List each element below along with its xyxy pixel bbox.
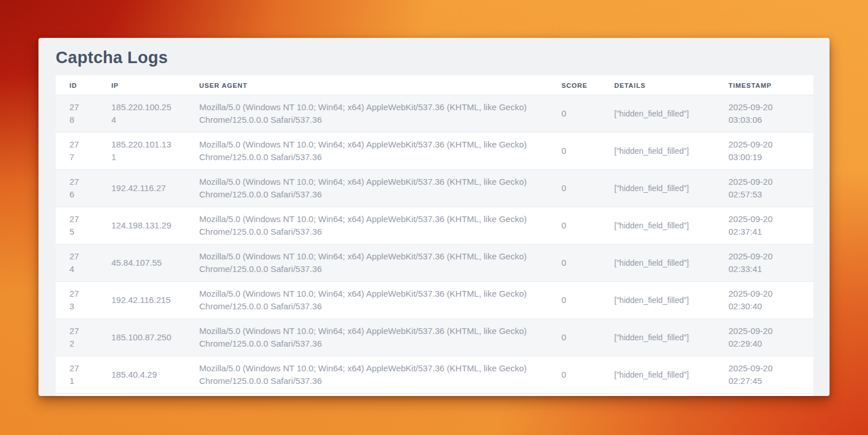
cell-timestamp: 2025-09-20 02:27:45 (715, 356, 813, 394)
cell-timestamp: 2025-09-20 02:37:41 (715, 207, 813, 244)
column-header-details: DETAILS (600, 75, 715, 95)
cell-details: ["hidden_field_filled"] (600, 170, 715, 207)
cell-details: ["hidden_field_filled"] (600, 244, 715, 282)
captcha-logs-table-container: ID IP USER AGENT SCORE DETAILS TIMESTAMP… (56, 75, 813, 396)
table-row: 277 185.220.101.131 Mozilla/5.0 (Windows… (56, 133, 813, 170)
cell-ip: 124.198.131.29 (98, 207, 185, 244)
cell-user-agent: Mozilla/5.0 (Windows NT 10.0; Win64; x64… (185, 356, 548, 394)
cell-ip: 185.40.4.29 (98, 356, 185, 394)
cell-timestamp: 2025-09-20 02:29:40 (715, 319, 813, 356)
cell-id: 274 (56, 244, 98, 282)
cell-ip: 185.100.87.250 (98, 319, 185, 356)
cell-score: 0 (548, 356, 600, 394)
captcha-logs-table: ID IP USER AGENT SCORE DETAILS TIMESTAMP… (56, 75, 813, 394)
cell-details: ["hidden_field_filled"] (600, 133, 715, 170)
table-row: 278 185.220.100.254 Mozilla/5.0 (Windows… (56, 95, 813, 133)
cell-id: 277 (56, 133, 98, 170)
column-header-timestamp: TIMESTAMP (715, 75, 813, 95)
cell-timestamp: 2025-09-20 02:57:53 (715, 170, 813, 207)
desktop-background: { "page": { "title": "Captcha Logs" }, "… (0, 0, 868, 435)
page-title: Captcha Logs (56, 47, 830, 68)
cell-user-agent: Mozilla/5.0 (Windows NT 10.0; Win64; x64… (185, 244, 548, 282)
cell-id: 273 (56, 282, 98, 319)
cell-details: ["hidden_field_filled"] (600, 282, 715, 319)
cell-user-agent: Mozilla/5.0 (Windows NT 10.0; Win64; x64… (185, 319, 548, 356)
table-row: 275 124.198.131.29 Mozilla/5.0 (Windows … (56, 207, 813, 244)
cell-timestamp: 2025-09-20 03:03:06 (715, 95, 813, 133)
cell-user-agent: Mozilla/5.0 (Windows NT 10.0; Win64; x64… (185, 207, 548, 244)
cell-details: ["hidden_field_filled"] (600, 319, 715, 356)
cell-user-agent: Mozilla/5.0 (Windows NT 10.0; Win64; x64… (185, 133, 548, 170)
table-row: 272 185.100.87.250 Mozilla/5.0 (Windows … (56, 319, 813, 356)
cell-score: 0 (548, 282, 600, 319)
table-row: 273 192.42.116.215 Mozilla/5.0 (Windows … (56, 282, 813, 319)
column-header-user-agent: USER AGENT (185, 75, 548, 95)
cell-score: 0 (548, 207, 600, 244)
cell-id: 276 (56, 170, 98, 207)
cell-score: 0 (548, 170, 600, 207)
cell-timestamp: 2025-09-20 02:33:41 (715, 244, 813, 282)
table-row: 276 192.42.116.27 Mozilla/5.0 (Windows N… (56, 170, 813, 207)
cell-score: 0 (548, 95, 600, 133)
column-header-id: ID (56, 75, 98, 95)
cell-timestamp: 2025-09-20 03:00:19 (715, 133, 813, 170)
table-header: ID IP USER AGENT SCORE DETAILS TIMESTAMP (56, 75, 813, 95)
cell-user-agent: Mozilla/5.0 (Windows NT 10.0; Win64; x64… (185, 282, 548, 319)
cell-details: ["hidden_field_filled"] (600, 207, 715, 244)
cell-id: 272 (56, 319, 98, 356)
table-row: 271 185.40.4.29 Mozilla/5.0 (Windows NT … (56, 356, 813, 394)
cell-score: 0 (548, 133, 600, 170)
cell-details: ["hidden_field_filled"] (600, 356, 715, 394)
cell-user-agent: Mozilla/5.0 (Windows NT 10.0; Win64; x64… (185, 95, 548, 133)
column-header-score: SCORE (548, 75, 600, 95)
cell-id: 271 (56, 356, 98, 394)
captcha-logs-card: Captcha Logs ID IP USER AGENT SCORE DETA… (38, 38, 830, 396)
cell-ip: 45.84.107.55 (98, 244, 185, 282)
cell-details: ["hidden_field_filled"] (600, 95, 715, 133)
table-header-row: ID IP USER AGENT SCORE DETAILS TIMESTAMP (56, 75, 813, 95)
cell-ip: 185.220.101.131 (98, 133, 185, 170)
cell-user-agent: Mozilla/5.0 (Windows NT 10.0; Win64; x64… (185, 170, 548, 207)
cell-id: 275 (56, 207, 98, 244)
cell-timestamp: 2025-09-20 02:30:40 (715, 282, 813, 319)
table-body: 278 185.220.100.254 Mozilla/5.0 (Windows… (56, 95, 813, 394)
cell-ip: 192.42.116.215 (98, 282, 185, 319)
cell-score: 0 (548, 244, 600, 282)
cell-ip: 192.42.116.27 (98, 170, 185, 207)
cell-ip: 185.220.100.254 (98, 95, 185, 133)
cell-score: 0 (548, 319, 600, 356)
table-row: 274 45.84.107.55 Mozilla/5.0 (Windows NT… (56, 244, 813, 282)
column-header-ip: IP (98, 75, 185, 95)
cell-id: 278 (56, 95, 98, 133)
